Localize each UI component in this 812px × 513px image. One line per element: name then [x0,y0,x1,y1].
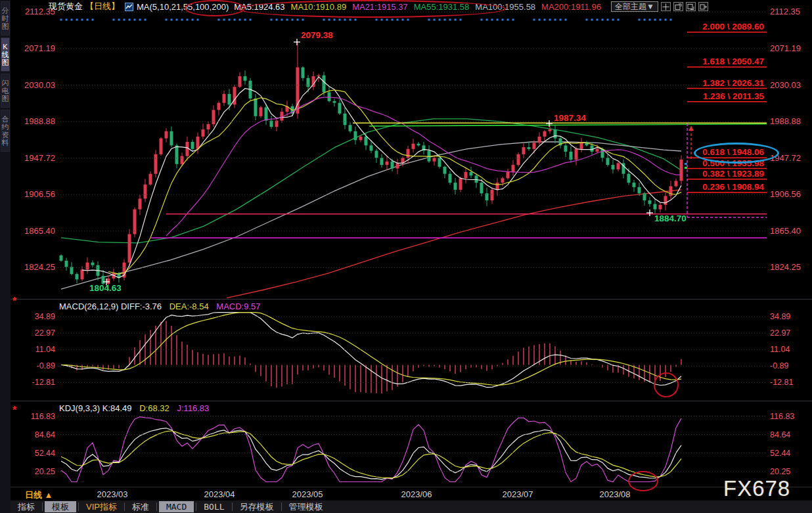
kdj-d-value: D:68.32 [139,403,169,413]
x-axis-date: 2023/04 [204,489,235,499]
chart-type-icon [125,3,133,11]
ma21-value: MA21:1915.37 [352,2,408,12]
symbol-name: 现货黄金 [49,1,83,12]
ma100-value: MA100:1955.58 [475,2,535,12]
macd-macd-value: MACD:9.57 [216,301,260,311]
chart-text: 1947.72 [24,153,55,163]
chart-text: 84.64 [770,430,790,439]
ma55-value: MA55:1931.58 [414,2,470,12]
ma200-value: MA200:1911.96 [541,2,601,12]
x-axis-date: 2023/08 [600,489,631,499]
main-panel [60,41,683,298]
chart-text: 2079.38 [301,30,333,40]
chart-text: -12.81 [770,378,793,387]
tab-macd[interactable]: MACD [159,501,194,512]
x-axis-row: 日线 ▲ 2023/032023/042023/052023/062023/07… [11,487,812,501]
toolbar-divider [42,502,43,511]
chart-text: 20.25 [770,467,790,476]
macd-panel [61,313,681,393]
candlestick-chart-canvas[interactable]: 2112.352112.352071.192071.192030.032030.… [0,0,812,513]
window-layout-icon-1[interactable] [673,2,683,11]
move-tool-icon[interactable] [661,2,671,11]
chart-text: 84.64 [35,430,55,439]
kdj-panel-header: KDJ(9,3,3) K:84.49 D:68.32 J:116.83 [59,403,209,413]
x-axis-date: 2023/07 [503,489,533,499]
chart-text: 11.04 [770,345,790,354]
left-sidebar: 分时图 K线图 闪电图 合约资料 [0,0,11,513]
chart-text: 11.04 [35,345,55,354]
chart-text: 116.83 [770,412,794,421]
chart-text: 1804.63 [89,283,122,293]
chart-text: 1988.88 [24,116,55,126]
chart-text: 34.89 [35,312,55,321]
sidebar-item-timeline-chart[interactable]: 分时图 [1,1,10,35]
ma-params-label: MA(5,10,21,55,100,200) [137,2,229,12]
x-axis-date: 2023/06 [401,489,432,499]
chart-text: -0.89 [770,361,789,370]
chart-text: 1906.56 [24,189,55,199]
macd-dea-value: DEA:-8.54 [169,301,209,311]
chart-text: 20.25 [35,467,55,476]
kdj-panel [61,417,681,482]
chart-text: 1824.25 [24,262,55,272]
period-label: 【日线】 [85,1,120,12]
chart-text: 2071.19 [770,43,801,53]
tab-boll[interactable]: BOLL [196,501,231,512]
tab-standard[interactable]: 标准 [125,501,156,512]
chart-text: 1988.88 [770,116,801,126]
chart-text: 34.89 [770,312,790,321]
sidebar-item-flash-chart[interactable]: 闪电图 [1,74,10,108]
theme-selector-button[interactable]: 全部主题▼ [611,1,658,12]
window-popout-icon[interactable] [698,2,708,11]
macd-diff-value: DIFF:-3.76 [121,301,162,311]
sidebar-item-kline-chart[interactable]: K线图 [1,37,10,72]
chart-text: 52.44 [35,449,55,458]
tab-save-template[interactable]: 另存模板 [233,501,281,512]
chart-text: 1.618 \ 2050.47 [702,56,764,66]
chart-text: 2030.03 [770,80,801,90]
tab-vip-indicators[interactable]: VIP指标 [79,501,124,512]
chart-text: 2030.03 [24,80,55,90]
chart-text: 1865.40 [24,226,55,236]
bottom-toolbar: 指标 模板 VIP指标 标准 MACD BOLL 另存模板 管理模板 [11,501,812,513]
chart-text: 2.000 \ 2089.60 [702,22,764,32]
chart-text: 1.236 \ 2011.35 [703,91,765,101]
tab-templates[interactable]: 模板 [45,501,76,512]
tab-manage-templates[interactable]: 管理模板 [282,501,330,512]
macd-title: MACD(26,12,9) [59,301,118,311]
chart-text: 0.500 \ 1935.98 [702,158,764,168]
sidebar-item-contract-info[interactable]: 合约资料 [1,110,10,152]
chart-text: -12.81 [32,378,55,387]
chart-text: 1865.40 [770,226,801,236]
chart-text: 1987.34 [554,113,586,123]
chart-text: 1.382 \ 2026.31 [702,78,764,88]
chart-text: -0.89 [37,361,56,370]
x-axis-date: 2023/03 [97,489,128,499]
chart-text: * [12,296,17,307]
chart-text: 0.618 \ 1948.06 [702,147,764,157]
chart-text: 1947.72 [770,153,801,163]
kdj-title: KDJ(9,3,3) [59,403,100,413]
chart-text: 0.382 \ 1923.89 [702,169,764,179]
chart-text: 22.97 [770,328,790,338]
chart-header: 现货黄金 【日线】 MA(5,10,21,55,100,200) MA5:192… [11,0,812,13]
kdj-k-value: K:84.49 [102,403,132,413]
kdj-j-value: J:116.83 [177,403,209,413]
macd-panel-header: MACD(26,12,9) DIFF:-3.76 DEA:-8.54 MACD:… [59,301,261,311]
tab-indicators[interactable]: 指标 [11,501,42,512]
window-layout-icon-2[interactable] [686,2,696,11]
period-selector[interactable]: 日线 ▲ [25,489,53,501]
chart-text: 1884.70 [654,213,687,223]
chart-text: 1906.56 [770,189,801,199]
chart-text: * [12,405,17,416]
ma5-value: MA5:1924.63 [234,2,284,12]
ma10-value: MA10:1910.89 [291,2,347,12]
trading-app-window: { "app": {"watermark": "FX678"}, "sideba… [0,0,812,513]
chart-text: 1824.25 [770,262,801,272]
chart-text: 22.97 [35,328,55,338]
x-axis-date: 2023/05 [292,489,323,499]
fx678-watermark: FX678 [723,476,790,501]
chart-text: 2071.19 [24,43,55,53]
chart-text: 0.236 \ 1908.94 [702,182,764,192]
chart-text: 52.44 [770,449,790,458]
